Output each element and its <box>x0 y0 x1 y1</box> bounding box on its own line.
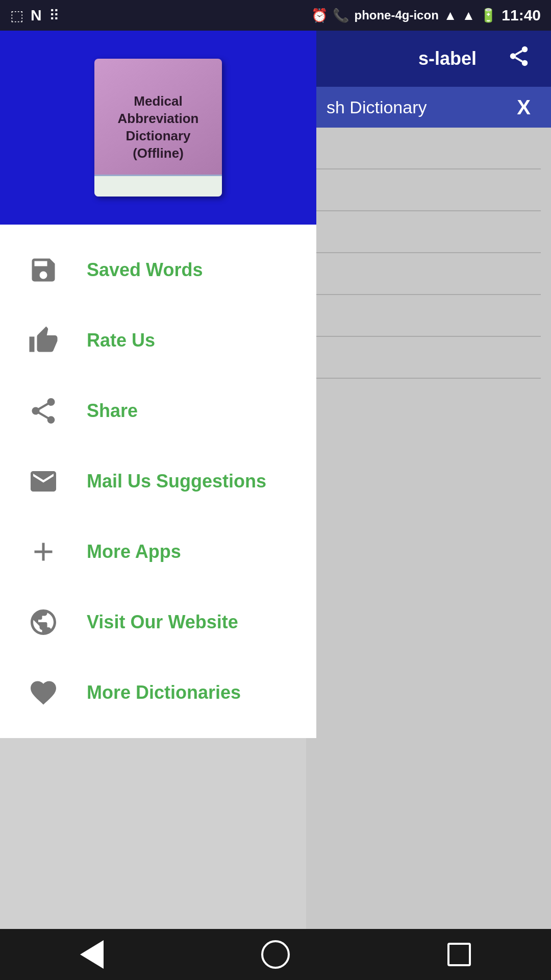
svg-line-4 <box>515 51 522 55</box>
menu-item-rate-us[interactable]: Rate Us <box>0 305 316 376</box>
plus-icon <box>26 534 61 570</box>
app-logo: Medical Abbreviation Dictionary (Offline… <box>94 59 222 197</box>
drawer-menu: Saved Words Rate Us Share <box>0 225 316 738</box>
menu-label-rate-us: Rate Us <box>87 330 155 351</box>
bottom-navigation <box>0 929 551 980</box>
menu-item-mail-suggestions[interactable]: Mail Us Suggestions <box>0 446 316 517</box>
signal-icon: ▲ <box>444 8 457 23</box>
menu-label-mail-suggestions: Mail Us Suggestions <box>87 471 266 492</box>
battery-icon: 🔋 <box>480 8 496 23</box>
menu-item-saved-words[interactable]: Saved Words <box>0 235 316 305</box>
drawer-header: Medical Abbreviation Dictionary (Offline… <box>0 31 316 225</box>
grid-status-icon: ⠿ <box>49 7 60 24</box>
app-logo-text: Medical Abbreviation Dictionary (Offline… <box>113 93 204 162</box>
menu-item-more-dictionaries[interactable]: More Dictionaries <box>0 657 316 728</box>
recent-apps-button[interactable] <box>439 934 480 975</box>
svg-point-2 <box>522 60 528 66</box>
svg-point-0 <box>522 46 528 53</box>
menu-item-share[interactable]: Share <box>0 376 316 446</box>
image-status-icon: ⬚ <box>10 7 23 24</box>
menu-label-visit-website: Visit Our Website <box>87 611 238 633</box>
n-status-icon: N <box>31 7 42 24</box>
bg-content-area <box>306 128 551 944</box>
svg-line-3 <box>515 58 522 62</box>
phone-icon: 📞 <box>333 8 349 23</box>
back-arrow-icon <box>80 940 104 969</box>
menu-label-share: Share <box>87 400 138 422</box>
status-bar: ⬚ N ⠿ ⏰ 📞 phone-4g-icon ▲ ▲ 🔋 11:40 <box>0 0 551 31</box>
menu-item-visit-website[interactable]: Visit Our Website <box>0 587 316 657</box>
bg-subheader-text: sh Dictionary <box>327 97 427 117</box>
mail-icon <box>26 463 61 499</box>
menu-label-more-dictionaries: More Dictionaries <box>87 682 241 703</box>
home-button[interactable] <box>255 934 296 975</box>
status-right-icons: ⏰ 📞 phone-4g-icon ▲ ▲ 🔋 11:40 <box>311 7 541 24</box>
thumbs-up-icon <box>26 323 61 358</box>
bg-s-label: s-label <box>418 48 477 69</box>
bg-share-icon <box>507 44 531 73</box>
navigation-drawer: Medical Abbreviation Dictionary (Offline… <box>0 31 316 980</box>
status-left-icons: ⬚ N ⠿ <box>10 7 60 24</box>
menu-item-more-apps[interactable]: More Apps <box>0 517 316 587</box>
heart-icon <box>26 675 61 710</box>
save-icon <box>26 252 61 288</box>
svg-point-1 <box>510 53 516 59</box>
bg-close-button[interactable]: X <box>517 96 531 119</box>
signal2-icon: ▲ <box>462 8 475 23</box>
recent-square-icon <box>447 943 471 966</box>
alarm-icon: ⏰ <box>311 8 328 23</box>
lte-label: phone-4g-icon <box>354 8 438 22</box>
home-circle-icon <box>261 940 290 969</box>
status-time: 11:40 <box>502 7 541 24</box>
menu-label-more-apps: More Apps <box>87 541 181 562</box>
globe-icon <box>26 604 61 640</box>
share-icon <box>26 393 61 429</box>
menu-label-saved-words: Saved Words <box>87 259 203 281</box>
bg-app-subheader: sh Dictionary X <box>306 87 551 128</box>
back-button[interactable] <box>71 934 112 975</box>
